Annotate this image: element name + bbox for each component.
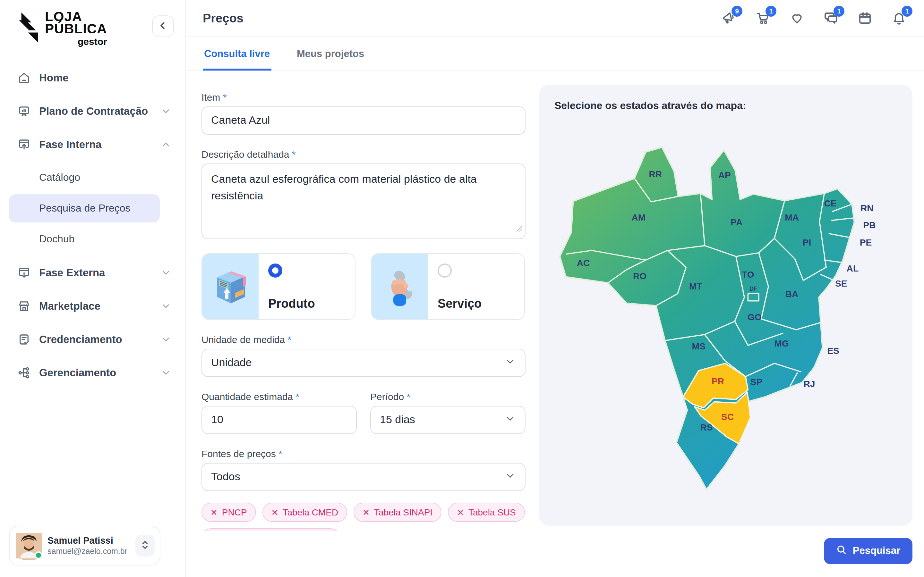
type-card-produto[interactable]: Produto [202,253,355,320]
chat-button[interactable]: 1 [822,10,839,27]
produto-radio[interactable] [268,263,282,277]
search-button[interactable]: Pesquisar [824,538,913,564]
state-label-ma[interactable]: MA [785,213,799,222]
state-label-ap[interactable]: AP [718,170,731,180]
remove-icon[interactable]: ✕ [363,508,370,517]
sidebar-collapse-button[interactable] [152,15,174,37]
product-box-icon [202,254,258,319]
unit-select[interactable]: Unidade [202,349,525,377]
sidebar-item-pesquisa-de-precos[interactable]: Pesquisa de Preços [9,195,160,223]
servico-radio[interactable] [438,263,452,277]
state-label-mt[interactable]: MT [689,282,702,292]
state-label-sc[interactable]: SC [721,412,734,422]
quantity-input[interactable] [202,406,357,434]
search-form: Item * Descrição detalhada * Caneta azul… [202,71,525,531]
branch-icon [17,366,31,380]
state-label-sp[interactable]: SP [750,377,762,387]
servico-label: Serviço [438,297,481,311]
sidebar-item-plano-de-contratacao[interactable]: Plano de Contratação [0,95,186,128]
service-wrench-icon [372,254,428,319]
megaphone-button[interactable]: 9 [720,10,737,27]
chevrons-up-down-icon [140,539,150,552]
chevron-down-icon [160,367,171,378]
brand-line3: gestor [45,37,107,46]
page-title: Preços [203,11,244,25]
cart-button[interactable]: 1 [754,10,771,27]
unit-label: Unidade de medida * [202,334,525,345]
chat-icon [823,18,838,27]
state-label-pa[interactable]: PA [730,218,742,227]
remove-icon[interactable]: ✕ [210,508,218,517]
state-label-al[interactable]: AL [846,263,859,274]
state-label-rn[interactable]: RN [861,203,874,213]
chevron-down-icon [160,301,171,311]
heart-button[interactable] [788,10,805,27]
sidebar-item-marketplace[interactable]: Marketplace [0,290,186,323]
sidebar-item-home[interactable]: Home [0,61,186,95]
description-textarea[interactable]: Caneta azul esferográfica com material p… [202,163,525,239]
item-input[interactable] [202,106,525,135]
sidebar-item-dochub[interactable]: Dochub [9,226,160,253]
state-label-am[interactable]: AM [632,213,646,222]
sidebar-item-fase-externa[interactable]: Fase Externa [0,256,186,290]
remove-icon[interactable]: ✕ [457,508,464,517]
tag-banco-de-precos-em-saude[interactable]: ✕Banco de preços em saúde [202,528,341,531]
state-label-rs[interactable]: RS [700,422,713,432]
state-label-to[interactable]: TO [742,269,754,279]
card-down-icon [17,266,31,280]
brand-logo: LOJA PÚBLICA gestor [14,10,107,46]
notification-badge: 9 [732,5,742,16]
tag-tabela-sus[interactable]: ✕Tabela SUS [448,503,525,522]
sidebar-item-credenciamento[interactable]: Credenciamento [0,323,186,356]
state-label-ms[interactable]: MS [692,342,706,351]
produto-label: Produto [268,297,315,311]
state-label-pi[interactable]: PI [803,237,811,247]
resize-handle-icon[interactable] [516,223,522,235]
state-label-ro[interactable]: RO [633,271,646,281]
profile-name: Samuel Patissi [47,535,129,546]
remove-icon[interactable]: ✕ [271,508,278,517]
period-select[interactable]: 15 dias [370,406,525,434]
state-label-pr[interactable]: PR [712,376,724,386]
state-label-pb[interactable]: PB [863,220,876,230]
state-label-es[interactable]: ES [827,346,839,356]
profile-menu-button[interactable] [136,535,155,556]
brazil-silhouette [560,147,855,490]
brazil-map[interactable]: RRAPAMPAMACERNPBPEALSEACROMTTOPIBAGODFMG… [554,142,897,503]
sources-select[interactable]: Todos [202,463,525,491]
state-label-ce[interactable]: CE [824,198,837,208]
tag-tabela-cmed[interactable]: ✕Tabela CMED [262,503,347,522]
app-window: LOJA PÚBLICA gestor HomePlano de Contrat… [0,0,924,577]
tag-tabela-sinapi[interactable]: ✕Tabela SINAPI [354,503,441,522]
footer-bar: Pesquisar [186,531,924,577]
brand-line1: LOJA [45,10,107,23]
calendar-button[interactable] [857,10,873,27]
description-label: Descrição detalhada * [202,149,525,160]
state-label-ba[interactable]: BA [785,289,798,299]
state-label-pe[interactable]: PE [860,237,872,247]
tag-pncp[interactable]: ✕PNCP [202,503,256,522]
state-label-df[interactable]: DF [750,285,758,292]
state-label-go[interactable]: GO [748,312,762,322]
map-title: Selecione os estados através do mapa: [554,100,897,111]
content: Item * Descrição detalhada * Caneta azul… [186,71,924,531]
home-icon [17,71,31,85]
user-profile-card[interactable]: Samuel Patissi samuel@zaelo.com.br [9,526,160,566]
state-label-ac[interactable]: AC [577,258,590,268]
tab-consulta-livre[interactable]: Consulta livre [203,37,271,71]
state-label-rr[interactable]: RR [649,169,662,179]
tab-meus-projetos[interactable]: Meus projetos [296,37,365,71]
notification-badge: 1 [834,5,845,16]
state-label-se[interactable]: SE [835,279,847,288]
sidebar-item-fase-interna[interactable]: Fase Interna [0,128,186,161]
sidebar-item-catalogo[interactable]: Catálogo [9,164,160,192]
states-map-card: Selecione os estados através do mapa: [539,85,913,526]
type-card-servico[interactable]: Serviço [371,253,525,320]
state-label-rj[interactable]: RJ [803,379,815,389]
state-label-mg[interactable]: MG [774,338,789,348]
sidebar-item-gerenciamento[interactable]: Gerenciamento [0,356,186,390]
doc-check-icon [17,332,31,347]
sidebar-nav: HomePlano de ContrataçãoFase InternaCatá… [0,52,186,519]
bell-button[interactable]: 1 [891,10,907,27]
bell-icon [891,18,907,27]
